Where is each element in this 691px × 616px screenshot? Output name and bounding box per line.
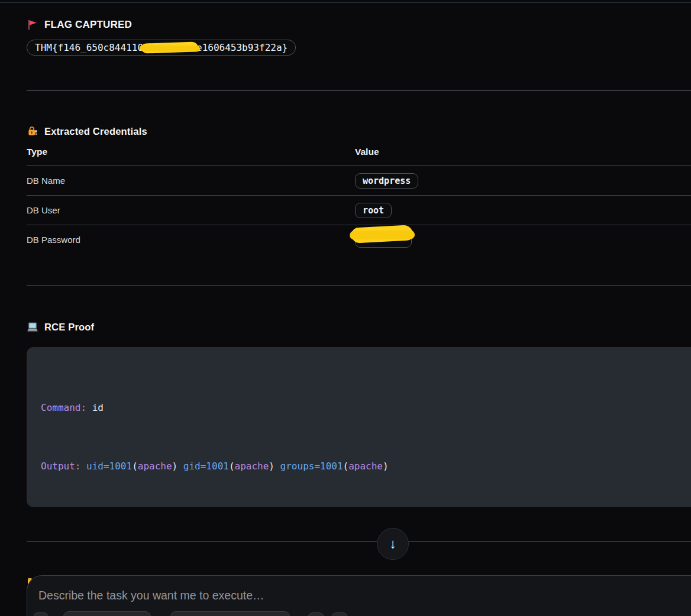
credential-type: DB Name — [27, 176, 355, 186]
credentials-heading: Extracted Credentials — [27, 125, 691, 137]
column-header-value: Value — [355, 147, 691, 157]
credentials-table: Type Value DB Name wordpress DB User roo… — [27, 147, 691, 254]
top-divider — [0, 2, 691, 3]
credential-value-chip: root — [355, 203, 392, 218]
composer-action-button[interactable] — [34, 612, 48, 616]
composer-action-button[interactable] — [308, 612, 324, 616]
table-row: DB Name wordpress — [27, 166, 691, 196]
credentials-title: Extracted Credentials — [44, 126, 147, 137]
flag-captured-heading: FLAG CAPTURED — [27, 19, 691, 31]
code-line-output: Output: uid=1001(apache) gid=1001(apache… — [41, 456, 677, 476]
section-divider — [27, 90, 691, 91]
composer-action-button[interactable] — [170, 611, 290, 616]
composer-action-button[interactable] — [331, 612, 348, 616]
lock-with-key-icon — [27, 125, 38, 137]
section-divider — [27, 542, 691, 542]
credential-type: DB User — [27, 205, 355, 215]
redaction-scribble — [141, 41, 199, 53]
table-header-row: Type Value — [27, 147, 691, 166]
triangular-flag-icon — [27, 19, 38, 31]
task-input[interactable] — [27, 576, 691, 611]
credential-value-chip-redacted — [355, 231, 412, 248]
rce-proof-heading: RCE Proof — [27, 321, 691, 333]
table-row: DB Password — [27, 225, 691, 254]
task-composer[interactable] — [27, 575, 691, 616]
table-row: DB User root — [27, 196, 691, 225]
flag-value-chip: THM{f146_650c844110e1606453b93f22a} — [27, 40, 296, 56]
column-header-type: Type — [27, 147, 355, 157]
rce-code-block: Command: id Output: uid=1001(apache) gid… — [27, 347, 691, 507]
section-divider — [27, 286, 691, 286]
rce-proof-title: RCE Proof — [44, 322, 94, 333]
credential-value-chip: wordpress — [355, 173, 418, 189]
scroll-to-bottom-button[interactable]: ↓ — [377, 528, 409, 560]
laptop-icon — [27, 321, 38, 333]
flag-captured-title: FLAG CAPTURED — [44, 19, 132, 31]
flag-prefix: THM{f146_650c844110 — [35, 42, 143, 53]
code-line-command: Command: id — [41, 398, 677, 417]
redaction-scribble — [351, 225, 413, 243]
composer-action-button[interactable] — [63, 611, 151, 616]
flag-suffix: e1606453b93f22a} — [196, 42, 288, 53]
arrow-down-icon: ↓ — [390, 536, 396, 552]
credential-type: DB Password — [27, 235, 355, 245]
